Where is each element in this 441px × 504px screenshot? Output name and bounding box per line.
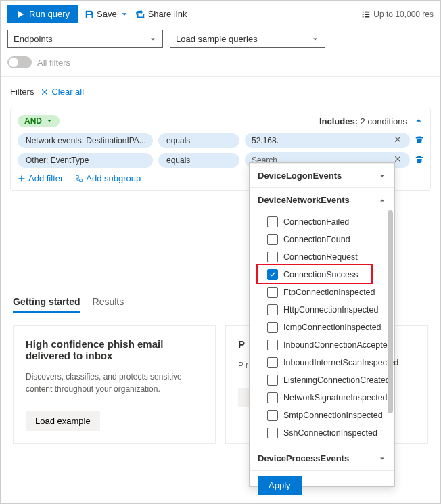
condition-operator[interactable]: equals — [158, 153, 239, 168]
checkbox[interactable] — [267, 322, 278, 333]
flyout-option-label: ConnectionFailed — [283, 217, 349, 227]
chevron-down-icon — [311, 35, 319, 43]
flyout-option[interactable]: ConnectionFound — [267, 231, 386, 248]
clear-all-label: Clear all — [51, 87, 84, 97]
chevron-down-icon — [149, 35, 157, 43]
trash-icon — [415, 135, 423, 143]
flyout-option-label: FtpConnectionInspected — [283, 288, 375, 297]
checkbox[interactable] — [267, 340, 278, 350]
add-filter-label: Add filter — [28, 173, 63, 183]
share-icon — [136, 9, 145, 19]
save-icon — [85, 9, 94, 19]
list-icon — [361, 9, 371, 19]
tab-results[interactable]: Results — [93, 292, 124, 313]
flyout-option-label: ConnectionFound — [283, 235, 350, 244]
chevron-icon — [378, 196, 386, 204]
checkbox[interactable] — [267, 304, 278, 315]
trash-icon — [415, 155, 423, 163]
chevron-icon — [378, 455, 386, 463]
card-title: High confidence phish email delivered to… — [26, 338, 203, 361]
event-type-flyout: DeviceLogonEventsDeviceNetworkEventsConn… — [249, 162, 395, 487]
load-example-button[interactable]: Load example — [26, 411, 100, 431]
flyout-option-label: InboundInternetScanInspected — [283, 358, 398, 367]
checkbox[interactable] — [267, 375, 278, 386]
condition-row: Network events: DestinationIPA... equals — [18, 133, 423, 148]
flyout-section-label: DeviceProcessEvents — [258, 453, 349, 463]
flyout-option[interactable]: ListeningConnectionCreated — [267, 371, 386, 389]
tab-getting-started[interactable]: Getting started — [13, 292, 80, 313]
flyout-option[interactable]: ConnectionFailed — [267, 213, 386, 231]
flyout-section-header[interactable]: DeviceLogonEvents — [250, 163, 394, 187]
share-link-button[interactable]: Share link — [136, 9, 187, 19]
checkbox[interactable] — [267, 428, 278, 438]
flyout-option[interactable]: SshConnectionInspected — [267, 424, 386, 442]
flyout-option[interactable]: SmtpConnectionInspected — [267, 407, 386, 424]
checkbox[interactable] — [267, 252, 278, 262]
flyout-option-label: SmtpConnectionInspected — [283, 411, 383, 420]
chevron-down-icon — [46, 118, 53, 124]
flyout-option[interactable]: IcmpConnectionInspected — [267, 319, 386, 336]
checkbox[interactable] — [267, 234, 278, 245]
condition-value[interactable] — [245, 133, 410, 148]
all-filters-toggle[interactable] — [7, 56, 32, 68]
flyout-option-label: HttpConnectionInspected — [283, 305, 378, 315]
result-limit[interactable]: Up to 10,000 res — [361, 9, 434, 19]
operator-pill[interactable]: AND — [18, 115, 60, 127]
clear-all-button[interactable]: Clear all — [41, 87, 84, 97]
delete-condition-button[interactable] — [415, 135, 423, 145]
flyout-option[interactable]: NetworkSignatureInspected — [267, 389, 386, 407]
chevron-up-icon — [414, 116, 423, 125]
flyout-section-header[interactable]: DeviceProcessEvents — [250, 446, 394, 470]
flyout-option[interactable]: ConnectionSuccess — [267, 266, 386, 283]
operator-label: AND — [24, 116, 42, 126]
divider — [1, 76, 440, 77]
flyout-option-label: ConnectionRequest — [283, 252, 358, 262]
checkbox[interactable] — [267, 392, 278, 403]
checkbox[interactable] — [267, 269, 278, 280]
flyout-option[interactable]: HttpConnectionInspected — [267, 301, 386, 319]
close-icon — [394, 135, 402, 143]
plus-icon — [18, 175, 26, 183]
flyout-option[interactable]: InboundInternetScanInspected — [267, 354, 386, 371]
add-filter-button[interactable]: Add filter — [18, 173, 63, 183]
apply-button[interactable]: Apply — [258, 476, 302, 495]
flyout-scrollbar[interactable] — [388, 170, 393, 458]
clear-value-button[interactable] — [392, 135, 403, 145]
flyout-option-label: IcmpConnectionInspected — [283, 323, 381, 332]
includes-summary: Includes: 2 conditions — [319, 116, 407, 127]
close-icon — [41, 88, 49, 96]
flyout-option-label: ListeningConnectionCreated — [283, 375, 390, 385]
filters-label: Filters — [10, 87, 34, 97]
condition-value-input[interactable] — [252, 136, 392, 145]
samples-dropdown[interactable]: Load sample queries — [170, 30, 325, 48]
check-icon — [269, 271, 276, 278]
all-filters-label: All filters — [37, 58, 70, 68]
flyout-section-header[interactable]: DeviceNetworkEvents — [250, 187, 394, 212]
flyout-section-label: DeviceLogonEvents — [258, 170, 342, 181]
flyout-option[interactable]: InboundConnectionAccepted — [267, 336, 386, 354]
save-button[interactable]: Save — [85, 9, 129, 19]
run-query-button[interactable]: Run query — [7, 5, 78, 23]
flyout-option[interactable]: FtpConnectionInspected — [267, 283, 386, 301]
condition-field[interactable]: Network events: DestinationIPA... — [18, 133, 153, 148]
checkbox[interactable] — [267, 216, 278, 227]
play-icon — [16, 9, 25, 19]
checkbox[interactable] — [267, 357, 278, 368]
flyout-option[interactable]: ConnectionRequest — [267, 248, 386, 266]
checkbox[interactable] — [267, 287, 278, 298]
subgroup-icon — [75, 175, 83, 183]
checkbox[interactable] — [267, 410, 278, 421]
flyout-option-label: ConnectionSuccess — [283, 270, 358, 279]
condition-field[interactable]: Other: EventType — [18, 153, 153, 168]
delete-condition-button[interactable] — [415, 155, 423, 165]
save-label: Save — [97, 9, 117, 19]
scroll-thumb[interactable] — [388, 210, 393, 413]
condition-operator[interactable]: equals — [158, 133, 239, 148]
collapse-group-button[interactable] — [414, 116, 423, 127]
scope-label: Endpoints — [14, 34, 53, 44]
scope-dropdown[interactable]: Endpoints — [7, 30, 163, 48]
add-subgroup-button[interactable]: Add subgroup — [75, 173, 141, 183]
chevron-icon — [378, 172, 386, 180]
card-phish: High confidence phish email delivered to… — [13, 325, 216, 444]
share-link-label: Share link — [148, 9, 187, 19]
